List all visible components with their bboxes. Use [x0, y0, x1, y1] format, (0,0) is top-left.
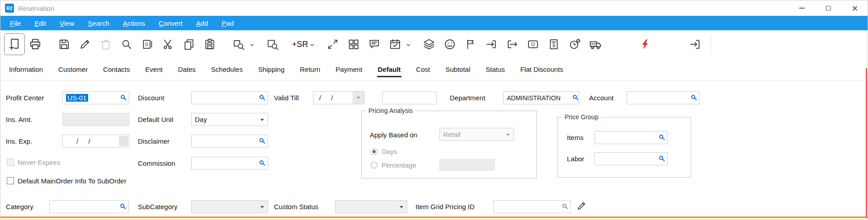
disclaimer-field[interactable]: [191, 135, 268, 148]
tab-schedules[interactable]: Schedules: [203, 58, 250, 80]
check-out-button[interactable]: [481, 33, 502, 55]
days-radio[interactable]: [371, 148, 377, 155]
tab-dates[interactable]: Dates: [170, 58, 203, 80]
tab-event[interactable]: Event: [137, 58, 170, 80]
copy-button[interactable]: [179, 33, 199, 55]
ins-exp-field[interactable]: / /: [62, 135, 129, 148]
lookup-icon[interactable]: [573, 95, 577, 99]
tab-return[interactable]: Return: [292, 58, 328, 80]
menu-view[interactable]: View: [53, 16, 81, 30]
tab-contacts[interactable]: Contacts: [95, 58, 137, 80]
maximize-button[interactable]: [815, 0, 841, 16]
tab-default[interactable]: Default: [370, 58, 409, 80]
calendar-check-icon: [389, 38, 401, 51]
menu-convert[interactable]: Convert: [152, 16, 189, 30]
discount-label: Discount: [138, 94, 164, 102]
add-sr-dropdown[interactable]: [310, 40, 314, 48]
minimize-button[interactable]: [789, 0, 815, 16]
item-lookup-dropdown[interactable]: [250, 40, 254, 48]
chevron-down-icon: [260, 206, 264, 208]
invoice-button[interactable]: $: [543, 33, 564, 55]
chevron-down-icon: [406, 43, 410, 47]
lookup-icon[interactable]: [691, 95, 695, 99]
profit-center-field[interactable]: US-01: [62, 91, 129, 104]
feedback-button[interactable]: [439, 33, 460, 55]
batch-button[interactable]: [419, 33, 439, 55]
menu-file[interactable]: File: [3, 16, 28, 30]
preview-search-button[interactable]: [262, 33, 283, 55]
category-field[interactable]: [49, 200, 129, 213]
days-radio-label: Days: [382, 148, 397, 155]
lookup-icon[interactable]: [259, 95, 264, 99]
close-button[interactable]: [841, 0, 868, 16]
commission-label: Commission: [138, 159, 175, 167]
department-value: ADMINISTRATION: [507, 94, 561, 102]
price-group-labor-field[interactable]: [594, 152, 668, 165]
print-button[interactable]: [25, 33, 46, 55]
menu-add[interactable]: Add: [189, 16, 215, 30]
tab-flat-discounts[interactable]: Flat Discounts: [513, 58, 571, 80]
tab-information[interactable]: Information: [1, 58, 51, 80]
item-grid-pricing-id-field[interactable]: [493, 200, 571, 213]
calendar-confirm-button[interactable]: [385, 33, 406, 55]
check-in-button[interactable]: [502, 33, 523, 55]
menu-view-label: View: [60, 19, 74, 27]
menu-search[interactable]: Search: [81, 16, 116, 30]
lookup-icon[interactable]: [659, 135, 663, 139]
lookup-icon[interactable]: [120, 204, 124, 208]
cut-button[interactable]: [158, 33, 179, 55]
calendar-confirm-dropdown[interactable]: [406, 40, 410, 48]
tab-payment[interactable]: Payment: [328, 58, 370, 80]
price-group-items-field[interactable]: [594, 131, 668, 144]
valid-till-field[interactable]: / /: [313, 91, 353, 104]
flag-button[interactable]: [460, 33, 481, 55]
menu-edit[interactable]: Edit: [28, 16, 53, 30]
valid-till-aux-field[interactable]: [382, 91, 437, 104]
exit-button[interactable]: [684, 33, 705, 55]
lookup-icon[interactable]: [259, 160, 264, 164]
delivery-button[interactable]: AB: [585, 33, 606, 55]
paste-button[interactable]: [199, 33, 220, 55]
lookup-icon[interactable]: [562, 204, 566, 208]
ins-exp-picker-button[interactable]: [119, 136, 128, 146]
new-order-button[interactable]: [4, 33, 25, 55]
open-orders-button[interactable]: O: [523, 33, 543, 55]
notes-button[interactable]: [364, 33, 385, 55]
item-lookup-button[interactable]: [228, 33, 249, 55]
menu-pad[interactable]: Pad: [215, 16, 241, 30]
edit-button[interactable]: [75, 33, 95, 55]
lookup-icon[interactable]: [259, 138, 264, 142]
toolbar: 0: [0, 30, 868, 58]
tab-customer[interactable]: Customer: [51, 58, 95, 80]
grid-layout-button[interactable]: [343, 33, 364, 55]
lookup-icon[interactable]: [121, 95, 125, 99]
recall-zero-button[interactable]: 0: [137, 33, 158, 55]
expand-button[interactable]: [322, 33, 343, 55]
valid-till-dropdown-button[interactable]: [353, 91, 364, 104]
quick-action-button[interactable]: [635, 33, 656, 55]
custom-status-combo[interactable]: [335, 200, 407, 213]
item-grid-pricing-edit-button[interactable]: [576, 200, 587, 212]
default-unit-combo[interactable]: Day: [191, 113, 268, 126]
tab-status[interactable]: Status: [478, 58, 513, 80]
subcategory-combo[interactable]: [191, 200, 268, 213]
percentage-radio[interactable]: [371, 162, 377, 169]
tab-shipping[interactable]: Shipping: [250, 58, 292, 80]
account-label: Account: [589, 94, 613, 102]
search-button[interactable]: [116, 33, 137, 55]
department-field[interactable]: ADMINISTRATION: [503, 91, 579, 104]
tab-subtotal[interactable]: Subtotal: [438, 58, 478, 80]
lookup-icon[interactable]: [659, 156, 663, 160]
add-sr-button[interactable]: +SR: [291, 40, 309, 49]
discount-field[interactable]: [191, 91, 268, 104]
apply-based-on-combo[interactable]: Retail: [439, 128, 514, 141]
account-field[interactable]: [627, 91, 700, 104]
save-button[interactable]: [54, 33, 75, 55]
tab-cost[interactable]: Cost: [408, 58, 438, 80]
default-mainorder-checkbox[interactable]: [7, 177, 14, 184]
commission-field[interactable]: [191, 157, 268, 170]
delete-button[interactable]: [95, 33, 116, 55]
menu-actions[interactable]: Actions: [116, 16, 152, 30]
expand-arrows-icon: [327, 38, 339, 50]
time-info-button[interactable]: ?: [564, 33, 585, 55]
